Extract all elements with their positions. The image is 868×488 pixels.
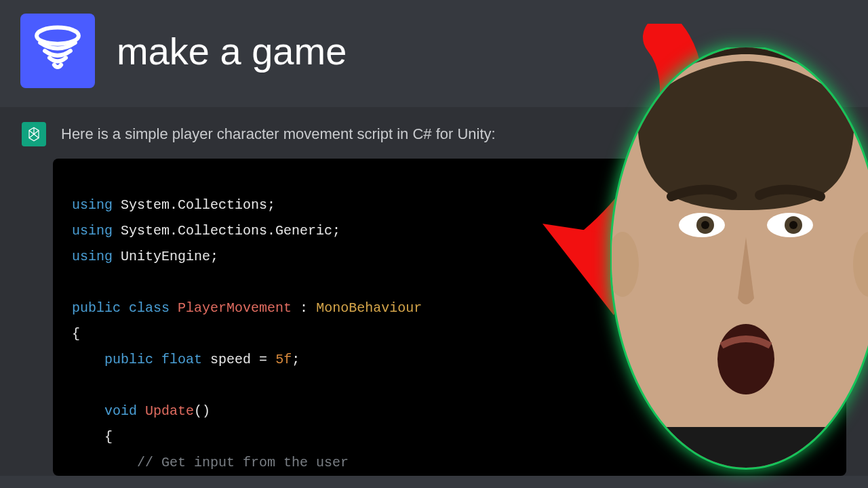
face-overlay	[610, 47, 868, 481]
svg-point-13	[717, 324, 774, 394]
gpt-icon	[22, 122, 46, 146]
svg-point-12	[789, 221, 797, 229]
svg-point-0	[37, 28, 79, 44]
app-tornado-icon	[20, 14, 95, 88]
svg-rect-16	[610, 427, 868, 481]
svg-point-10	[701, 221, 709, 229]
response-intro-text: Here is a simple player character moveme…	[61, 125, 496, 143]
prompt-title: make a game	[117, 29, 347, 73]
